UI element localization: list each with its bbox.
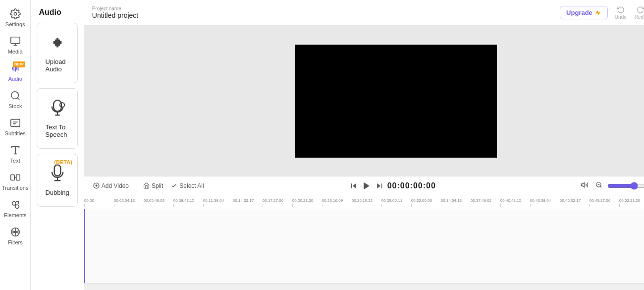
subtitles-icon-wrap (8, 117, 22, 129)
select-all-label: Select All (179, 182, 204, 189)
dubbing-card[interactable]: (BETA) Dubbing (37, 154, 77, 207)
sidebar-label-subtitles: Subtitles (5, 130, 26, 136)
svg-point-20 (15, 205, 19, 208)
ruler-mark: 00:52:21:20 (619, 195, 644, 208)
undo-icon (617, 5, 625, 13)
ruler-mark: 00:14:32:17 (233, 195, 263, 208)
ruler-track: 00:0000:02:54:1300:05:49:0200:08:43:1500… (84, 195, 644, 209)
redo-icon (637, 5, 644, 13)
upload-audio-icon (48, 33, 67, 54)
video-area (84, 26, 644, 176)
ruler-mark: 00:11:38:04 (203, 195, 233, 208)
project-info: Project name Untitled project (92, 6, 138, 19)
ruler-mark: 00:05:49:02 (144, 195, 173, 208)
sidebar-label-settings: Settings (5, 21, 25, 27)
volume-button[interactable] (579, 180, 590, 191)
plus-icon (93, 182, 100, 189)
topbar-actions: Upgrade Undo R (560, 4, 644, 21)
svg-rect-16 (11, 175, 14, 180)
ruler-mark: 00:00 (84, 195, 114, 208)
add-video-label: Add Video (102, 182, 129, 189)
undo-redo-group: Undo Redo (612, 4, 644, 21)
redo-label: Redo (635, 14, 644, 20)
sidebar-label-elements: Elements (4, 212, 27, 218)
ruler-mark: 00:34:54:13 (441, 195, 471, 208)
lightning-icon (594, 9, 601, 16)
redo-button[interactable]: Redo (632, 4, 644, 21)
ruler-mark: 00:49:27:06 (590, 195, 619, 208)
ruler-mark: 00:08:43:15 (173, 195, 203, 208)
sidebar-label-transitions: Transitions (2, 185, 28, 191)
audio-cards: Upload Audio ♪ Text To Speech (BETA) (31, 23, 83, 212)
skip-forward-icon (376, 182, 383, 190)
new-badge: NEW (13, 61, 25, 67)
skip-back-button[interactable] (350, 182, 358, 190)
svg-line-10 (17, 98, 19, 100)
sidebar-item-settings[interactable]: Settings (0, 4, 30, 31)
upload-audio-label: Upload Audio (45, 58, 69, 73)
video-preview (295, 45, 497, 158)
ruler-mark: 00:17:27:06 (263, 195, 292, 208)
skip-back-icon (350, 182, 358, 190)
sidebar-label-filters: Filters (8, 239, 23, 245)
ruler-mark: 00:46:32:17 (560, 195, 590, 208)
project-name: Untitled project (92, 11, 138, 19)
timecode: 00:00:00:00 (387, 181, 436, 190)
timeline-area: Add Video Split Select All (84, 176, 644, 290)
svg-text:♪: ♪ (60, 103, 62, 107)
sidebar-item-subtitles[interactable]: Subtitles (0, 113, 30, 140)
zoom-out-icon (595, 181, 602, 188)
split-icon (143, 182, 150, 189)
play-button[interactable] (362, 181, 372, 191)
audio-panel-title: Audio (31, 0, 83, 23)
timeline-scrollbar[interactable] (84, 283, 644, 290)
timeline-controls: 00:00:00:00 (209, 181, 577, 191)
sidebar-item-media[interactable]: Media (0, 31, 30, 58)
sidebar-item-audio[interactable]: NEW Audio (0, 58, 30, 86)
divider-1 (136, 182, 136, 190)
svg-point-0 (14, 12, 17, 15)
svg-point-9 (11, 92, 18, 99)
timeline-ruler: 00:0000:02:54:1300:05:49:0200:08:43:1500… (84, 195, 644, 209)
svg-marker-34 (595, 10, 601, 16)
audio-icon-wrap: NEW (8, 62, 22, 74)
check-icon (171, 182, 177, 189)
upload-audio-card[interactable]: Upload Audio (37, 23, 77, 83)
dubbing-icon (48, 164, 67, 185)
svg-point-19 (12, 202, 15, 205)
add-video-button[interactable]: Add Video (90, 181, 132, 191)
sidebar: Settings Media NEW Audio (0, 0, 31, 290)
undo-label: Undo (615, 14, 627, 20)
svg-rect-1 (11, 37, 20, 44)
timeline-right-controls (579, 180, 644, 191)
sidebar-item-text[interactable]: Text (0, 140, 30, 168)
sidebar-item-stock[interactable]: Stock (0, 86, 30, 113)
timeline-tracks[interactable] (84, 209, 644, 283)
sidebar-item-filters[interactable]: Filters (0, 222, 30, 249)
select-all-button[interactable]: Select All (168, 181, 207, 191)
text-icon-wrap (8, 144, 22, 156)
upgrade-button[interactable]: Upgrade (560, 6, 608, 19)
media-icon-wrap (8, 35, 22, 47)
tts-card[interactable]: ♪ Text To Speech (37, 88, 77, 149)
svg-rect-17 (16, 175, 20, 180)
undo-button[interactable]: Undo (612, 4, 630, 21)
stock-icon-wrap (8, 90, 22, 102)
main-content: Project name Untitled project Upgrade Un… (84, 0, 644, 290)
sidebar-item-elements[interactable]: Elements (0, 195, 30, 222)
ruler-mark: 00:37:49:02 (471, 195, 500, 208)
ruler-mark: 00:40:43:15 (500, 195, 530, 208)
zoom-slider[interactable] (607, 182, 644, 190)
skip-forward-button[interactable] (376, 182, 383, 190)
split-button[interactable]: Split (140, 181, 166, 191)
volume-icon (581, 181, 589, 189)
svg-marker-44 (581, 182, 584, 187)
ruler-mark: 00:20:21:20 (292, 195, 322, 208)
zoom-out-button[interactable] (593, 180, 604, 191)
sidebar-label-text: Text (10, 158, 20, 164)
tts-label: Text To Speech (45, 123, 69, 138)
ruler-mark: 00:23:16:09 (322, 195, 352, 208)
sidebar-item-transitions[interactable]: Transitions (0, 168, 30, 195)
transitions-icon-wrap (8, 172, 22, 183)
ruler-mark: 00:26:10:22 (352, 195, 381, 208)
